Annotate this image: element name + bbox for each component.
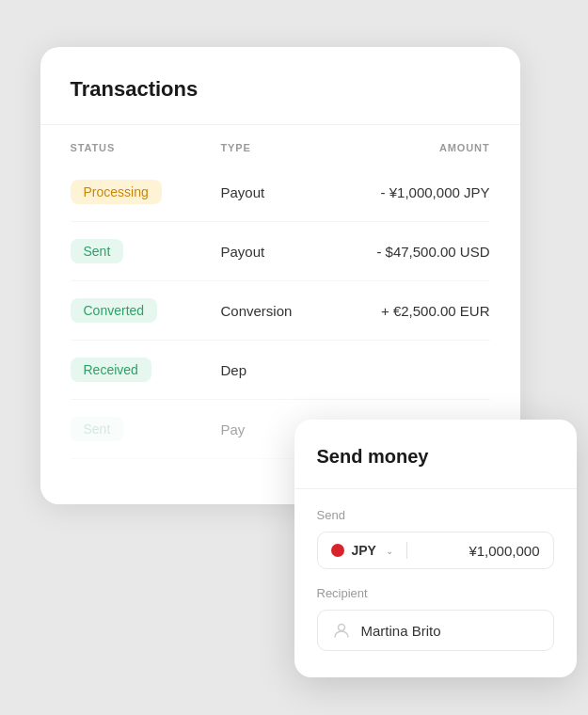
table-row: Sent Payout - $47,500.00 USD xyxy=(71,222,490,281)
status-badge: Converted xyxy=(71,298,158,323)
field-divider xyxy=(406,542,407,559)
col-header-status: STATUS xyxy=(71,142,221,153)
recipient-label: Recipient xyxy=(317,586,554,600)
table-row: Processing Payout - ¥1,000,000 JPY xyxy=(71,163,490,222)
table-row: Received Dep xyxy=(71,341,490,400)
modal-title: Send money xyxy=(317,446,554,468)
col-header-type: TYPE xyxy=(221,142,372,153)
recipient-name: Martina Brito xyxy=(361,623,441,639)
status-cell: Processing xyxy=(71,180,221,204)
status-badge: Sent xyxy=(71,239,124,263)
modal-divider xyxy=(294,488,577,489)
table-header: STATUS TYPE AMOUNT xyxy=(71,125,490,163)
card-title: Transactions xyxy=(71,77,490,102)
person-icon xyxy=(331,620,352,641)
type-cell: Conversion xyxy=(221,303,372,319)
col-header-amount: AMOUNT xyxy=(372,142,490,153)
type-cell: Dep xyxy=(221,362,372,378)
send-money-modal: Send money Send JPY ⌄ ¥1,000,000 Recipie… xyxy=(294,420,577,677)
send-field[interactable]: JPY ⌄ ¥1,000,000 xyxy=(317,532,554,569)
status-cell: Converted xyxy=(71,298,221,323)
amount-input[interactable]: ¥1,000,000 xyxy=(421,543,540,559)
recipient-field[interactable]: Martina Brito xyxy=(317,610,554,651)
send-label: Send xyxy=(317,508,554,522)
amount-cell: + €2,500.00 EUR xyxy=(372,303,490,319)
chevron-down-icon[interactable]: ⌄ xyxy=(386,546,393,556)
amount-cell: - ¥1,000,000 JPY xyxy=(372,184,490,200)
status-cell: Sent xyxy=(71,239,221,263)
type-cell: Payout xyxy=(221,184,372,200)
page-container: Transactions STATUS TYPE AMOUNT Processi… xyxy=(22,28,567,687)
currency-code: JPY xyxy=(352,543,376,558)
amount-cell: - $47,500.00 USD xyxy=(372,244,490,260)
svg-point-0 xyxy=(338,625,344,631)
status-badge: Sent xyxy=(71,417,124,441)
currency-flag-icon xyxy=(331,544,344,557)
status-cell: Sent xyxy=(71,417,221,441)
status-badge: Processing xyxy=(71,180,162,204)
status-cell: Received xyxy=(71,358,221,382)
type-cell: Payout xyxy=(221,244,372,260)
table-row: Converted Conversion + €2,500.00 EUR xyxy=(71,281,490,341)
status-badge: Received xyxy=(71,358,151,382)
